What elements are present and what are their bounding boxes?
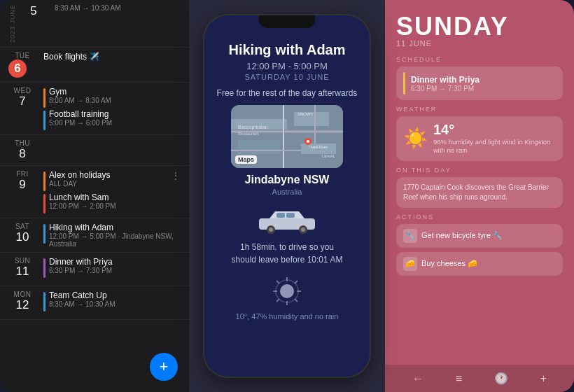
weather-sun-icon: ☀️ [403,127,428,150]
event-color-bar [43,88,46,108]
event-color-bar [43,224,46,244]
drive-info-text: 1h 58min. to drive so you should leave b… [232,241,343,266]
weather-temp-text: 10°, 47% humidity and no rain [236,312,339,321]
events-col-5: 8:30 AM → 10:30 AM [48,4,181,12]
action-card-1[interactable]: 🔧 Get new bicycle tyre 🔧 [396,224,563,248]
svg-text:LENAL: LENAL [322,154,336,158]
day-row-mon-12: MON 12 Team Catch Up 8:30 AM → 10:30 AM [0,286,189,320]
events-col-12: Team Catch Up 8:30 AM → 10:30 AM [36,290,181,312]
day-row-sun-11: SUN 11 Dinner with Priya 6:30 PM → 7:30 … [0,253,189,286]
car-icon [255,207,318,237]
list-item: Book flights ✈️ [43,52,181,62]
temperature-value: 14° [433,122,556,138]
car-svg [255,207,318,234]
events-col-11: Dinner with Priya 6:30 PM → 7:30 PM [36,257,181,278]
event-color-bar [43,258,46,278]
day-label-9: FRI 9 [8,170,36,192]
list-item: Team Catch Up 8:30 AM → 10:30 AM [43,290,181,312]
calendar-scroll[interactable]: 2023 JUNE 5 8:30 AM → 10:30 AM TUE 6 [0,0,189,350]
sun-icon [272,276,302,309]
svg-text:ThaiElSan: ThaiElSan [308,145,328,149]
right-nav-bar: ← ≡ 🕐 + [385,365,574,392]
day-label-8: THU 8 [8,139,36,161]
schedule-row: Dinner with Priya 6:30 PM → 7:30 PM [403,72,556,94]
maps-label: Maps [235,155,257,164]
event-time-range: 12:00 PM - 5:00 PM [246,61,328,71]
action-icon-2: 🧀 [403,257,417,271]
day-label-7: WED 7 [8,87,36,108]
svg-text:Baccophtalan: Baccophtalan [238,125,268,130]
day-label-5: 5 [20,4,48,18]
schedule-section-label: SCHEDULE [396,56,563,63]
list-item: Alex on holidays ALL DAY [43,170,168,191]
action-label-1: Get new bicycle tyre 🔧 [421,231,503,240]
list-item: Dinner with Priya 6:30 PM → 7:30 PM [43,257,181,278]
svg-point-20 [269,227,273,232]
weather-row: ☀️ 14° 96% humidity and light wind in Ki… [403,122,556,155]
svg-point-15 [307,140,309,143]
action-label-2: Buy cheeses 🧀 [421,259,477,268]
nav-add-button[interactable]: + [540,372,547,385]
svg-rect-17 [276,213,285,218]
schedule-time: 6:30 PM → 7:30 PM [411,85,479,92]
list-item: Hiking with Adam 12:00 PM → 5:00 PM · Ji… [43,223,181,248]
weather-info: 14° 96% humidity and light wind in Kings… [433,122,556,155]
events-col-10: Hiking with Adam 12:00 PM → 5:00 PM · Ji… [36,223,181,248]
day-row-wed-7: WED 7 Gym 8:00 AM → 8:30 AM Football tra… [0,83,189,135]
events-col-6: Book flights ✈️ [36,52,181,62]
more-options-icon[interactable]: ⋮ [168,170,181,181]
on-this-day-label: ON THIS DAY [396,167,563,174]
weather-card: ☀️ 14° 96% humidity and light wind in Ki… [396,116,563,161]
add-event-button[interactable]: + [150,353,178,381]
nav-back-button[interactable]: ← [412,372,424,385]
schedule-color-bar [403,72,405,94]
action-icon-1: 🔧 [403,229,417,243]
svg-point-23 [280,284,294,298]
nav-menu-button[interactable]: ≡ [456,372,462,385]
svg-point-22 [301,227,305,232]
day-label-10: SAT 10 [8,223,36,244]
action-card-2[interactable]: 🧀 Buy cheeses 🧀 [396,252,563,276]
event-date: SATURDAY 10 JUNE [244,73,329,81]
list-item: Gym 8:00 AM → 8:30 AM [43,87,181,108]
schedule-text: Dinner with Priya 6:30 PM → 7:30 PM [411,75,479,92]
day-row-thu-8: THU 8 [0,135,189,166]
calendar-panel: 2023 JUNE 5 8:30 AM → 10:30 AM TUE 6 [0,0,189,392]
day-row: 2023 JUNE 5 8:30 AM → 10:30 AM [0,0,189,48]
event-color-bar [43,111,46,130]
map-thumbnail[interactable]: Baccophtalan Restaurant SNOWY ThaiElSan … [231,105,343,168]
weather-section-label: WEATHER [396,106,563,113]
location-name: Jindabyne NSW [245,174,330,186]
sun-svg [272,276,302,307]
event-color-bar [43,172,46,191]
on-this-day-text: 1770 Captain Cook discovers the Great Ba… [403,183,556,202]
list-item: Football training 5:00 PM → 6:00 PM [43,109,181,130]
weather-description: 96% humidity and light wind in Kingston … [433,138,556,155]
map-inner: Baccophtalan Restaurant SNOWY ThaiElSan … [231,105,343,168]
events-col-7: Gym 8:00 AM → 8:30 AM Football training … [36,87,181,130]
svg-text:Restaurant: Restaurant [238,132,259,136]
day-row-sat-10: SAT 10 Hiking with Adam 12:00 PM → 5:00 … [0,218,189,253]
left-bottom-bar: + [0,350,189,392]
event-color-bar [43,194,46,214]
year-label: 2023 JUNE [8,4,18,43]
day-name: SUNDAY [396,14,563,39]
right-content: SUNDAY 11 JUNE SCHEDULE Dinner with Priy… [385,0,574,365]
event-time: 8:30 AM → 10:30 AM [55,4,181,12]
location-sub: Australia [272,188,302,196]
events-col-9: Alex on holidays ALL DAY Lunch with Sam … [36,170,168,214]
svg-rect-3 [238,140,280,154]
free-after-text: Free for the rest of the day afterwards [217,88,358,98]
phone-frame: Hiking with Adam 12:00 PM - 5:00 PM SATU… [203,14,371,378]
nav-time-button[interactable]: 🕐 [494,372,508,385]
day-row-fri-9: FRI 9 Alex on holidays ALL DAY Lunch wit… [0,166,189,218]
day-label-11: SUN 11 [8,257,36,279]
phone-panel: Hiking with Adam 12:00 PM - 5:00 PM SATU… [189,0,385,392]
schedule-event-title: Dinner with Priya [411,75,479,85]
schedule-card[interactable]: Dinner with Priya 6:30 PM → 7:30 PM [396,66,563,100]
day-label-6: TUE 6 [8,52,36,78]
event-color-bar [43,292,46,312]
phone-content: Hiking with Adam 12:00 PM - 5:00 PM SATU… [204,15,370,377]
phone-notch [259,15,315,28]
actions-section-label: ACTIONS [396,214,563,220]
